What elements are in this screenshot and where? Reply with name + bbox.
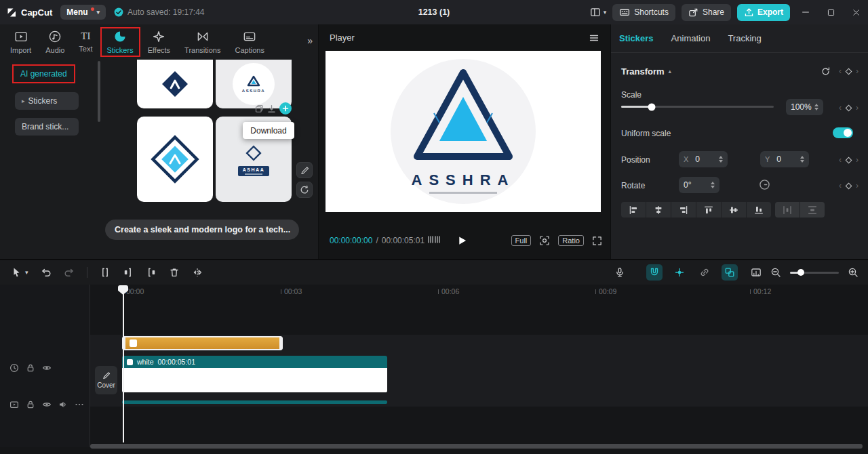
align-right-button[interactable] <box>671 202 696 218</box>
timeline-scrollbar[interactable] <box>90 444 863 449</box>
rotate-knob[interactable] <box>759 179 770 190</box>
stepper-control[interactable] <box>814 104 818 110</box>
sticker-thumbnail-3[interactable] <box>137 117 213 202</box>
rotate-value-input[interactable]: 0° <box>679 177 719 193</box>
sidebar-item-brand-stickers[interactable]: Brand stick... <box>15 118 79 136</box>
hide-track-button[interactable] <box>42 400 52 409</box>
minimize-button[interactable] <box>796 0 815 24</box>
step-up-icon[interactable] <box>814 104 818 106</box>
redo-button[interactable] <box>64 267 75 278</box>
add-keyframe-button[interactable] <box>846 158 851 163</box>
stepper-control[interactable] <box>800 156 804 163</box>
align-center-vertical-button[interactable] <box>722 202 746 218</box>
add-to-timeline-button[interactable] <box>279 102 292 115</box>
scale-slider[interactable] <box>621 106 774 108</box>
layout-switch-button[interactable]: ▾ <box>590 7 607 18</box>
next-keyframe-button[interactable]: › <box>856 181 859 190</box>
stepper-control[interactable] <box>719 156 723 163</box>
align-bottom-button[interactable] <box>747 202 771 218</box>
focus-button[interactable] <box>539 235 550 246</box>
prev-keyframe-button[interactable]: ‹ <box>839 103 842 112</box>
full-screen-mode-button[interactable]: Full <box>511 235 532 246</box>
preview-frame-toggle[interactable] <box>722 264 738 281</box>
audio-strip[interactable] <box>122 400 387 404</box>
select-tool-button[interactable]: ▾ <box>11 267 28 278</box>
cover-button[interactable]: Cover <box>95 366 117 394</box>
tab-stickers[interactable]: Stickers <box>105 29 136 55</box>
video-preview[interactable]: ASSHRA <box>326 51 601 212</box>
step-down-icon[interactable] <box>719 160 723 163</box>
step-down-icon[interactable] <box>814 108 818 110</box>
tab-captions[interactable]: Captions <box>233 29 266 55</box>
slider-handle[interactable] <box>797 269 804 276</box>
sticker-clip[interactable] <box>122 336 283 350</box>
add-keyframe-button[interactable] <box>846 184 851 188</box>
slider-handle[interactable] <box>648 103 656 110</box>
edit-prompt-button[interactable] <box>296 162 313 178</box>
lock-track-button[interactable] <box>26 363 35 373</box>
video-clip[interactable]: white 00:00:05:01 <box>122 356 387 392</box>
reset-transform-button[interactable] <box>821 66 831 77</box>
download-button[interactable] <box>267 104 276 113</box>
tab-inspector-tracking[interactable]: Tracking <box>728 33 761 43</box>
record-voiceover-button[interactable] <box>614 267 625 278</box>
step-up-icon[interactable] <box>800 156 804 159</box>
next-keyframe-button[interactable]: › <box>856 66 859 76</box>
tab-transitions[interactable]: Transitions <box>182 29 222 55</box>
regenerate-button[interactable] <box>296 182 313 198</box>
collapse-section-button[interactable]: ▴ <box>669 68 672 75</box>
player-menu-button[interactable] <box>589 33 599 43</box>
next-keyframe-button[interactable]: › <box>856 103 859 112</box>
sticker-thumbnail-2[interactable]: ASSHRA <box>216 60 292 108</box>
delete-right-button[interactable] <box>146 267 157 278</box>
menu-button[interactable]: Menu ▾ <box>60 5 106 20</box>
align-left-button[interactable] <box>621 202 646 218</box>
align-center-horizontal-button[interactable] <box>646 202 671 218</box>
ai-prompt-input[interactable]: Create a sleek and modern logo for a tec… <box>105 220 299 240</box>
prev-keyframe-button[interactable]: ‹ <box>839 181 842 190</box>
maximize-button[interactable] <box>821 0 840 24</box>
step-up-icon[interactable] <box>719 156 723 159</box>
step-down-icon[interactable] <box>711 186 715 188</box>
sidebar-item-ai-generated[interactable]: AI generated <box>16 66 71 81</box>
mute-track-button[interactable] <box>58 400 68 409</box>
position-x-input[interactable]: X 0 <box>679 151 728 167</box>
tab-audio[interactable]: Audio <box>43 29 66 55</box>
distribute-horizontal-button[interactable] <box>775 202 800 218</box>
uniform-scale-toggle[interactable] <box>833 127 853 138</box>
timeline-zoom-slider[interactable] <box>790 272 839 274</box>
auto-snapping-toggle[interactable] <box>671 264 688 281</box>
delete-left-button[interactable] <box>123 267 134 278</box>
timeline-ruler[interactable]: 00:00 00:03 00:06 00:09 00:12 <box>90 285 868 298</box>
distribute-vertical-button[interactable] <box>800 202 825 218</box>
playhead[interactable] <box>118 285 128 442</box>
video-track-button[interactable] <box>9 400 19 409</box>
shortcuts-button[interactable]: Shortcuts <box>612 4 675 21</box>
step-up-icon[interactable] <box>711 182 715 184</box>
export-button[interactable]: Export <box>737 4 790 21</box>
mirror-button[interactable] <box>192 267 203 278</box>
more-tabs-button[interactable]: » <box>307 35 311 46</box>
share-button[interactable]: Share <box>682 4 731 21</box>
tab-text[interactable]: TI Text <box>77 29 94 54</box>
tab-inspector-stickers[interactable]: Stickers <box>619 33 654 43</box>
close-button[interactable] <box>846 0 865 24</box>
scale-value-input[interactable]: 100% <box>786 99 823 115</box>
frame-preview-button[interactable] <box>427 234 440 245</box>
linkage-toggle[interactable] <box>696 264 713 281</box>
track-duration-button[interactable] <box>9 363 19 373</box>
prev-keyframe-button[interactable]: ‹ <box>839 155 842 165</box>
tab-effects[interactable]: Effects <box>146 29 172 55</box>
position-y-input[interactable]: Y 0 <box>760 151 809 167</box>
lock-track-button[interactable] <box>26 400 35 409</box>
zoom-out-button[interactable] <box>770 267 781 278</box>
render-quality-button[interactable] <box>751 267 762 278</box>
zoom-in-button[interactable] <box>848 267 859 278</box>
tab-import[interactable]: Import <box>8 29 33 55</box>
fullscreen-expand-button[interactable] <box>592 236 602 246</box>
step-down-icon[interactable] <box>800 160 804 163</box>
add-keyframe-button[interactable] <box>846 69 851 74</box>
tab-inspector-animation[interactable]: Animation <box>671 33 711 43</box>
track-more-button[interactable] <box>75 400 84 409</box>
copy-button[interactable] <box>255 104 264 113</box>
